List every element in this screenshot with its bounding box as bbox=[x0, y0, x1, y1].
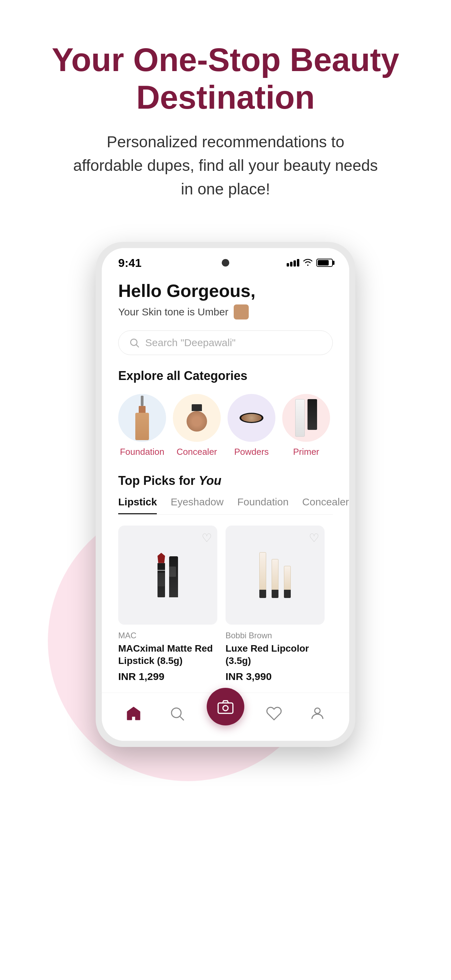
nav-profile[interactable] bbox=[304, 700, 331, 727]
person-icon bbox=[309, 705, 326, 722]
category-item-foundation[interactable]: Foundation bbox=[118, 394, 166, 457]
powders-label: Powders bbox=[234, 447, 268, 457]
heart-icon bbox=[266, 705, 282, 722]
nav-wishlist[interactable] bbox=[260, 700, 288, 727]
phone-outer: 9:41 bbox=[75, 242, 376, 747]
primer-circle bbox=[282, 394, 330, 442]
signal-bars-icon bbox=[287, 259, 299, 267]
tab-foundation[interactable]: Foundation bbox=[237, 496, 288, 514]
mac-lipstick-illustration bbox=[157, 553, 178, 597]
wifi-icon bbox=[303, 257, 313, 268]
greeting-title: Hello Gorgeous, bbox=[118, 280, 333, 301]
status-bar: 9:41 bbox=[102, 248, 349, 274]
picks-tabs: Lipstick Eyeshadow Foundation Concealer bbox=[118, 496, 333, 515]
powders-illustration bbox=[240, 413, 264, 423]
camera-fab[interactable] bbox=[207, 688, 244, 725]
app-content: Hello Gorgeous, Your Skin tone is Umber … bbox=[102, 274, 349, 682]
hero-title: Your One-Stop Beauty Destination bbox=[27, 41, 424, 116]
search-nav-icon bbox=[169, 705, 185, 722]
tab-eyeshadow[interactable]: Eyeshadow bbox=[170, 496, 224, 514]
camera-icon bbox=[217, 698, 234, 716]
bobbi-brown-illustration bbox=[259, 552, 291, 598]
product-image-bobbi: ♡ bbox=[226, 525, 325, 625]
svg-point-2 bbox=[172, 708, 181, 718]
foundation-label: Foundation bbox=[120, 447, 164, 457]
category-item-concealer[interactable]: Concealer bbox=[173, 394, 221, 457]
camera-dot bbox=[222, 259, 229, 267]
skin-tone-swatch bbox=[234, 304, 249, 320]
categories-row: Foundation Concealer bbox=[118, 394, 333, 457]
product-name-bobbi: Luxe Red Lipcolor (3.5g) bbox=[226, 643, 325, 667]
nav-search[interactable] bbox=[163, 700, 191, 727]
nav-home[interactable] bbox=[120, 700, 147, 727]
hero-subtitle: Personalized recommendations to affordab… bbox=[72, 130, 379, 201]
top-picks-static: Top Picks for bbox=[118, 474, 199, 488]
tab-lipstick[interactable]: Lipstick bbox=[118, 496, 157, 514]
product-brand-mac: MAC bbox=[118, 631, 217, 640]
hero-section: Your One-Stop Beauty Destination Persona… bbox=[0, 41, 451, 201]
tab-concealer[interactable]: Concealer bbox=[302, 496, 349, 514]
powders-circle bbox=[227, 394, 275, 442]
concealer-circle bbox=[173, 394, 221, 442]
battery-icon bbox=[316, 259, 333, 267]
product-name-mac: MACximal Matte Red Lipstick (8.5g) bbox=[118, 643, 217, 667]
svg-point-5 bbox=[223, 705, 228, 710]
product-card-bobbi[interactable]: ♡ Bobbi Brown Luxe Red Lipcolor (3.5g) I… bbox=[226, 525, 325, 682]
foundation-illustration bbox=[135, 396, 149, 440]
skin-tone-row: Your Skin tone is Umber bbox=[118, 304, 333, 320]
foundation-circle bbox=[118, 394, 166, 442]
svg-rect-4 bbox=[218, 703, 233, 713]
product-image-mac: ♡ bbox=[118, 525, 217, 625]
categories-title: Explore all Categories bbox=[118, 369, 333, 383]
product-brand-bobbi: Bobbi Brown bbox=[226, 631, 325, 640]
search-placeholder-text: Search "Deepawali" bbox=[145, 337, 236, 348]
skin-tone-text: Your Skin tone is Umber bbox=[118, 306, 228, 318]
page-wrapper: Your One-Stop Beauty Destination Persona… bbox=[0, 0, 451, 980]
status-time: 9:41 bbox=[118, 256, 141, 270]
product-price-mac: INR 1,299 bbox=[118, 671, 217, 682]
category-item-powders[interactable]: Powders bbox=[227, 394, 275, 457]
svg-point-0 bbox=[130, 339, 137, 345]
wishlist-btn-bobbi[interactable]: ♡ bbox=[309, 531, 319, 545]
svg-line-3 bbox=[180, 716, 184, 720]
product-card-mac[interactable]: ♡ MAC MACximal Matte Red Lipstick (8.5g)… bbox=[118, 525, 217, 682]
phone-frame: 9:41 bbox=[96, 242, 355, 747]
bottom-nav bbox=[102, 693, 349, 741]
phone-screen: 9:41 bbox=[102, 248, 349, 741]
primer-label: Primer bbox=[293, 447, 319, 457]
search-icon bbox=[129, 337, 140, 348]
primer-illustration bbox=[295, 399, 317, 437]
concealer-label: Concealer bbox=[177, 447, 217, 457]
concealer-illustration bbox=[187, 404, 207, 431]
top-picks-title: Top Picks for You bbox=[118, 474, 333, 488]
svg-point-6 bbox=[315, 708, 320, 713]
svg-line-1 bbox=[136, 345, 139, 347]
product-price-bobbi: INR 3,990 bbox=[226, 671, 325, 682]
search-bar[interactable]: Search "Deepawali" bbox=[118, 331, 333, 355]
wishlist-btn-mac[interactable]: ♡ bbox=[202, 531, 212, 545]
category-item-primer[interactable]: Primer bbox=[282, 394, 330, 457]
top-picks-italic: You bbox=[199, 474, 221, 488]
products-row: ♡ MAC MACximal Matte Red Lipstick (8.5g)… bbox=[118, 525, 333, 682]
status-icons bbox=[287, 257, 333, 268]
home-icon bbox=[125, 705, 142, 722]
